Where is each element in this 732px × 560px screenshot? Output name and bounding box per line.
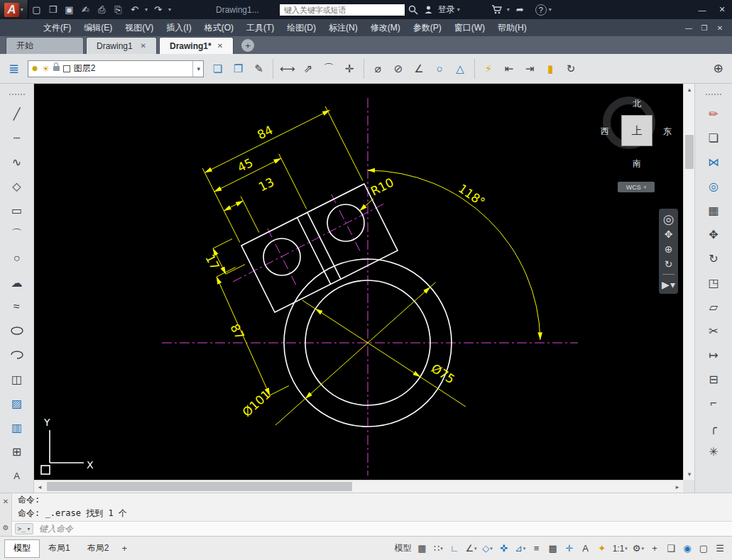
menu-insert[interactable]: 插入(I) xyxy=(160,19,197,36)
scroll-down-icon[interactable]: ▾ xyxy=(684,468,695,480)
nav-pan-icon[interactable]: ✥ xyxy=(665,229,673,239)
continue-dimension-button[interactable]: ⇥ xyxy=(520,58,540,79)
baseline-dimension-button[interactable]: ⇤ xyxy=(500,58,519,79)
viewcube-south-label[interactable]: 南 xyxy=(599,158,674,170)
layer-unlock-icon[interactable] xyxy=(53,66,60,71)
diameter-dimension-button[interactable]: ⊘ xyxy=(389,58,408,79)
annotation-scale-dropdown[interactable]: 1:1▾ xyxy=(611,539,630,557)
share-icon[interactable]: ➦ xyxy=(512,2,528,17)
ellipse-arc-tool-icon[interactable] xyxy=(6,344,28,366)
toolbar-grip[interactable] xyxy=(9,94,25,97)
tab-drawing1-star[interactable]: Drawing1* ✕ xyxy=(159,37,234,54)
user-icon[interactable] xyxy=(421,3,437,17)
mtext-tool-icon[interactable]: A xyxy=(6,464,28,487)
annotation-visibility-icon[interactable]: A xyxy=(578,539,594,557)
dynamic-input-icon[interactable]: ✛ xyxy=(562,539,577,557)
explode-tool-icon[interactable]: ✳ xyxy=(703,440,724,463)
application-menu-button[interactable]: A ▾ xyxy=(0,0,28,19)
plate-outline[interactable] xyxy=(241,184,398,312)
scroll-up-icon[interactable]: ▴ xyxy=(684,84,695,95)
layer-dropdown-caret-icon[interactable]: ▾ xyxy=(192,61,200,77)
dimension-87[interactable]: 87 xyxy=(217,268,289,396)
wcs-dropdown[interactable]: WCS ▾ xyxy=(618,182,655,192)
stretch-tool-icon[interactable]: ▱ xyxy=(703,295,724,318)
arc-tool-icon[interactable]: ⌒ xyxy=(6,223,28,246)
scale-tool-icon[interactable]: ◳ xyxy=(703,271,724,294)
dimension-17[interactable]: 17 xyxy=(203,239,245,275)
dim-text-r10[interactable]: R10 xyxy=(368,175,396,199)
vertical-scrollbar[interactable]: ▴ ▾ xyxy=(683,84,694,480)
menu-window[interactable]: 窗口(W) xyxy=(448,19,491,36)
rectangle-tool-icon[interactable]: ▭ xyxy=(6,199,28,221)
viewcube-west-label[interactable]: 西 xyxy=(601,126,609,138)
polygon-tool-icon[interactable]: ◇ xyxy=(6,175,28,197)
search-input[interactable] xyxy=(279,4,405,16)
dim-text-17[interactable]: 17 xyxy=(203,252,223,272)
scroll-left-icon[interactable]: ◂ xyxy=(34,481,45,493)
dim-text-d75[interactable]: Ø75 xyxy=(429,361,457,387)
drawing-canvas[interactable]: 84 45 13 17 87 xyxy=(34,84,683,480)
gradient-tool-icon[interactable]: ▥ xyxy=(6,416,28,439)
new-file-icon[interactable]: ▢ xyxy=(28,2,45,17)
construction-line-tool-icon[interactable]: ┄ xyxy=(6,126,28,149)
model-space-view[interactable]: 84 45 13 17 87 xyxy=(34,84,683,480)
table-tool-icon[interactable]: ⊞ xyxy=(6,440,28,463)
nav-zoom-icon[interactable]: ⊕ xyxy=(665,244,673,254)
scroll-right-icon[interactable]: ▸ xyxy=(672,481,683,493)
layer-states-button[interactable]: ❏ xyxy=(208,58,227,79)
command-close-icon[interactable]: ✕ xyxy=(3,498,9,505)
viewcube-east-label[interactable]: 东 xyxy=(663,126,672,138)
doc-close-button[interactable]: ✕ xyxy=(712,24,728,32)
help-caret-icon[interactable]: ▾ xyxy=(547,6,554,13)
tab-drawing1-star-close-icon[interactable]: ✕ xyxy=(217,42,223,50)
offset-tool-icon[interactable]: ◎ xyxy=(703,175,724,197)
customization-menu-icon[interactable]: ☰ xyxy=(712,539,728,557)
break-tool-icon[interactable]: ⊟ xyxy=(703,368,724,390)
isodraft-toggle-icon[interactable]: ◇▾ xyxy=(480,539,496,557)
arc-length-dimension-button[interactable]: ⌒ xyxy=(319,58,339,79)
tab-drawing1[interactable]: Drawing1 ✕ xyxy=(86,37,157,54)
annotation-monitor-icon[interactable]: + xyxy=(647,539,662,557)
dim-text-13[interactable]: 13 xyxy=(256,175,276,194)
viewcube-north-label[interactable]: 北 xyxy=(599,98,674,110)
quick-dimension-button[interactable]: ⚡ xyxy=(479,58,498,79)
layer-on-bulb-icon[interactable]: ✹ xyxy=(31,64,38,74)
dimension-r10[interactable]: R10 xyxy=(360,175,396,211)
ordinate-dimension-button[interactable]: ✛ xyxy=(340,58,359,79)
object-snap-tracking-icon[interactable]: ✜ xyxy=(496,539,512,557)
dimension-84[interactable]: 84 xyxy=(202,106,363,243)
copy-tool-icon[interactable]: ❏ xyxy=(703,126,724,149)
polyline-tool-icon[interactable]: ∿ xyxy=(6,150,28,173)
horizontal-scrollbar[interactable]: ◂ ▸ xyxy=(34,480,683,493)
model-space-toggle[interactable]: 模型 xyxy=(392,539,413,557)
menu-help[interactable]: 帮助(H) xyxy=(491,19,533,36)
centerlines[interactable] xyxy=(162,98,578,476)
triangle-tolerance-button[interactable]: △ xyxy=(451,58,470,79)
new-layout-button[interactable]: + xyxy=(117,543,131,554)
horizontal-scroll-thumb[interactable] xyxy=(47,482,352,491)
osnap-target-button[interactable]: ⊕ xyxy=(709,58,728,79)
ortho-toggle-icon[interactable]: ∟ xyxy=(447,539,462,557)
spline-tool-icon[interactable]: ≈ xyxy=(6,295,28,318)
app-store-cart-icon[interactable] xyxy=(489,3,505,17)
aligned-dimension-button[interactable]: ⇗ xyxy=(299,58,318,79)
mirror-tool-icon[interactable]: ⋈ xyxy=(703,150,724,173)
menu-dimension[interactable]: 标注(N) xyxy=(322,19,364,36)
transparency-toggle-icon[interactable]: ▩ xyxy=(545,539,561,557)
menu-modify[interactable]: 修改(M) xyxy=(364,19,407,36)
linear-dimension-button[interactable]: ⟷ xyxy=(278,58,297,79)
layer-edit-button[interactable]: ✎ xyxy=(249,58,268,79)
menu-draw[interactable]: 绘图(D) xyxy=(280,19,322,36)
dim-text-45[interactable]: 45 xyxy=(235,155,255,175)
grid-toggle-icon[interactable]: ▦ xyxy=(414,539,430,557)
revision-cloud-tool-icon[interactable]: ☁ xyxy=(6,271,28,294)
menu-parametric[interactable]: 参数(P) xyxy=(407,19,448,36)
dimension-d101[interactable]: Ø101 xyxy=(239,282,435,425)
object-snap-icon[interactable]: ⊿▾ xyxy=(513,539,528,557)
login-button[interactable]: 登录 xyxy=(438,4,455,16)
array-tool-icon[interactable]: ▦ xyxy=(703,199,724,221)
dimension-d75[interactable]: Ø75 xyxy=(302,300,466,407)
clean-screen-icon[interactable]: ▢ xyxy=(696,539,711,557)
tab-drawing1-close-icon[interactable]: ✕ xyxy=(141,42,146,50)
navigation-bar[interactable]: ◎ ✥ ⊕ ↻ ▶▾ xyxy=(659,209,678,294)
